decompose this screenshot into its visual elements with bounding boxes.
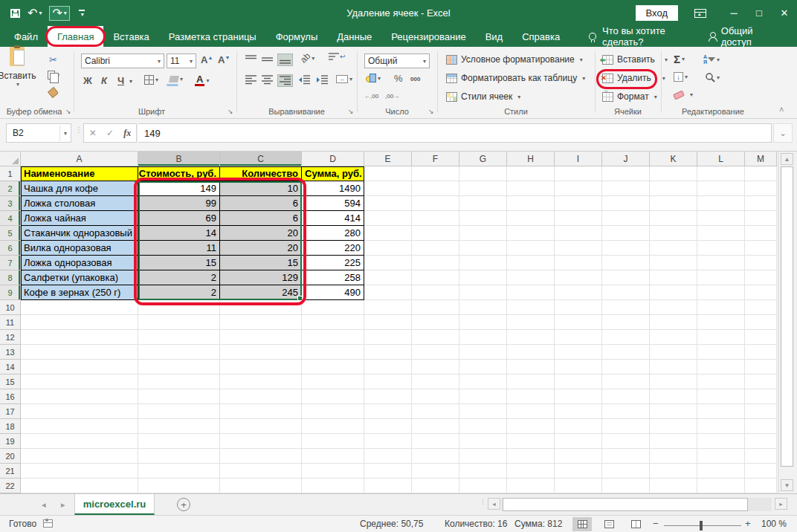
cell-B12[interactable] — [138, 330, 220, 345]
cell-I22[interactable] — [555, 479, 602, 493]
customize-qat-button[interactable]: ▾ — [79, 10, 85, 16]
cell-I1[interactable] — [555, 166, 602, 181]
cell-L9[interactable] — [697, 285, 745, 300]
row-header-6[interactable]: 6 — [0, 241, 21, 256]
cell-C10[interactable] — [220, 300, 302, 315]
fill-color-button[interactable]: ▾ — [170, 76, 183, 82]
cell-C22[interactable] — [220, 479, 302, 493]
cell-J3[interactable] — [602, 196, 650, 211]
share-button[interactable]: Общий доступ — [708, 26, 785, 47]
tab-0[interactable]: Файл — [4, 26, 48, 47]
cell-H5[interactable] — [507, 226, 555, 241]
cell-L20[interactable] — [697, 449, 745, 464]
cell-G9[interactable] — [459, 285, 507, 300]
cell-D9[interactable]: 490 — [302, 285, 364, 300]
cell-K9[interactable] — [650, 285, 697, 300]
cell-M3[interactable] — [745, 196, 777, 211]
increase-decimal-button[interactable]: ←,00 — [364, 93, 378, 100]
name-box[interactable]: B2▾ — [6, 123, 71, 143]
column-header-H[interactable]: H — [507, 152, 555, 166]
sheet-nav-right-icon[interactable]: ▸ — [61, 500, 65, 510]
cell-E3[interactable] — [364, 196, 412, 211]
cell-F1[interactable] — [412, 166, 459, 181]
column-header-A[interactable]: A — [21, 152, 138, 166]
sheet-tab-active[interactable]: microexcel.ru — [74, 494, 155, 515]
confirm-entry-button[interactable]: ✓ — [106, 128, 114, 138]
cell-D1[interactable]: Сумма, руб. — [302, 166, 364, 181]
cell-F13[interactable] — [412, 345, 459, 360]
cell-D8[interactable]: 258 — [302, 270, 364, 285]
number-dialog-launcher[interactable]: ↘ — [428, 108, 434, 115]
cell-B15[interactable] — [138, 374, 220, 389]
cell-K1[interactable] — [650, 166, 697, 181]
cell-D11[interactable] — [302, 315, 364, 330]
row-header-3[interactable]: 3 — [0, 196, 21, 211]
cell-J2[interactable] — [602, 181, 650, 196]
cell-F3[interactable] — [412, 196, 459, 211]
cell-H18[interactable] — [507, 419, 555, 434]
cell-D20[interactable] — [302, 449, 364, 464]
cell-L13[interactable] — [697, 345, 745, 360]
cell-M12[interactable] — [745, 330, 777, 345]
cell-C1[interactable]: Количество — [220, 166, 302, 181]
zoom-slider-handle[interactable] — [700, 521, 703, 531]
conditional-formatting-button[interactable]: Условное форматирование▾ — [446, 54, 583, 65]
row-header-19[interactable]: 19 — [0, 434, 21, 449]
cell-J9[interactable] — [602, 285, 650, 300]
redo-button[interactable]: ↷▾ — [49, 6, 69, 21]
cell-F22[interactable] — [412, 479, 459, 493]
cell-B17[interactable] — [138, 404, 220, 419]
scroll-left-button[interactable]: ◄ — [488, 498, 500, 510]
cell-C19[interactable] — [220, 434, 302, 449]
cell-J21[interactable] — [602, 464, 650, 479]
cell-M21[interactable] — [745, 464, 777, 479]
cell-A8[interactable]: Салфетки (упаковка) — [21, 270, 138, 285]
cell-H1[interactable] — [507, 166, 555, 181]
cell-E5[interactable] — [364, 226, 412, 241]
expand-formula-bar-button[interactable]: ⌄ — [773, 123, 793, 143]
cell-A16[interactable] — [21, 389, 138, 404]
alignment-dialog-launcher[interactable]: ↘ — [348, 108, 354, 115]
cell-C7[interactable]: 15 — [220, 256, 302, 270]
column-header-J[interactable]: J — [602, 152, 650, 166]
cell-E19[interactable] — [364, 434, 412, 449]
cell-H11[interactable] — [507, 315, 555, 330]
cell-I16[interactable] — [555, 389, 602, 404]
cell-C6[interactable]: 20 — [220, 241, 302, 256]
cell-J19[interactable] — [602, 434, 650, 449]
cell-L11[interactable] — [697, 315, 745, 330]
cell-C21[interactable] — [220, 464, 302, 479]
cell-M11[interactable] — [745, 315, 777, 330]
cell-G12[interactable] — [459, 330, 507, 345]
align-center-button[interactable] — [262, 75, 273, 85]
cell-H15[interactable] — [507, 374, 555, 389]
cell-D3[interactable]: 594 — [302, 196, 364, 211]
cell-F8[interactable] — [412, 270, 459, 285]
cell-G10[interactable] — [459, 300, 507, 315]
cell-E12[interactable] — [364, 330, 412, 345]
underline-button[interactable]: Ч — [117, 75, 124, 86]
cell-C8[interactable]: 129 — [220, 270, 302, 285]
minimize-button[interactable]: ─ — [721, 0, 746, 26]
clipboard-dialog-launcher[interactable]: ↘ — [65, 108, 71, 115]
cell-A19[interactable] — [21, 434, 138, 449]
cell-G8[interactable] — [459, 270, 507, 285]
cell-C9[interactable]: 245 — [220, 285, 302, 300]
cell-K2[interactable] — [650, 181, 697, 196]
view-normal-button[interactable] — [572, 517, 592, 531]
tell-me-box[interactable]: Что вы хотите сделать? — [589, 26, 708, 47]
row-header-8[interactable]: 8 — [0, 270, 21, 285]
cell-K6[interactable] — [650, 241, 697, 256]
cell-I20[interactable] — [555, 449, 602, 464]
cell-K3[interactable] — [650, 196, 697, 211]
cell-C12[interactable] — [220, 330, 302, 345]
cell-E15[interactable] — [364, 374, 412, 389]
cell-I11[interactable] — [555, 315, 602, 330]
cancel-entry-button[interactable]: ✕ — [89, 128, 97, 138]
cell-K10[interactable] — [650, 300, 697, 315]
cut-button[interactable]: ✂ — [49, 54, 57, 65]
grow-font-button[interactable]: А▲ — [201, 54, 213, 65]
cell-M10[interactable] — [745, 300, 777, 315]
column-header-I[interactable]: I — [555, 152, 602, 166]
cell-A7[interactable]: Ложка одноразовая — [21, 256, 138, 270]
